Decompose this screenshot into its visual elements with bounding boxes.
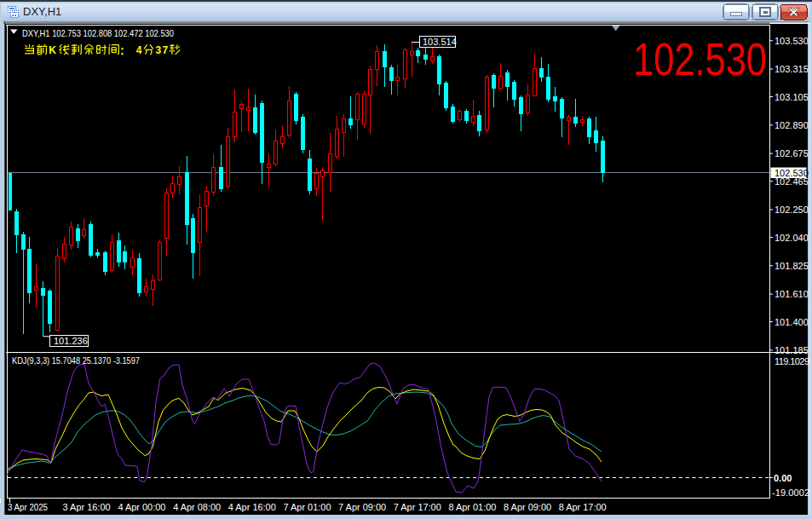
svg-text:103.530: 103.530: [775, 36, 809, 46]
svg-text:102.040: 102.040: [775, 233, 809, 243]
svg-text:0.00: 0.00: [774, 473, 792, 483]
svg-text:8 Apr 01:00: 8 Apr 01:00: [448, 502, 496, 512]
svg-text:4 Apr 00:00: 4 Apr 00:00: [118, 502, 165, 512]
svg-text:101.185: 101.185: [775, 345, 809, 355]
svg-text:102.465: 102.465: [775, 176, 809, 187]
svg-text:7 Apr 17:00: 7 Apr 17:00: [394, 502, 441, 512]
svg-text:KDJ(9,3,3) 15.7048 25.1370 -3.: KDJ(9,3,3) 15.7048 25.1370 -3.1597: [12, 355, 140, 366]
svg-text:4: 4: [136, 44, 142, 56]
svg-text:3 Apr 16:00: 3 Apr 16:00: [63, 502, 111, 512]
svg-text:K: K: [49, 44, 56, 56]
svg-text:7: 7: [163, 44, 169, 56]
svg-text:DXY,H1 102.753 102.808 102.47: DXY,H1 102.753 102.808 102.472 102.530: [22, 28, 174, 38]
svg-text:102.530: 102.530: [633, 33, 767, 84]
svg-text:103.315: 103.315: [775, 64, 809, 74]
svg-text:7 Apr 01:00: 7 Apr 01:00: [284, 502, 331, 512]
svg-text:-19.0002: -19.0002: [772, 487, 809, 498]
svg-text:4 Apr 16:00: 4 Apr 16:00: [228, 502, 276, 512]
svg-text:101.236: 101.236: [54, 336, 88, 346]
svg-text:103.514: 103.514: [423, 37, 457, 47]
svg-text:4 Apr 08:00: 4 Apr 08:00: [173, 502, 221, 512]
svg-text:102.890: 102.890: [775, 120, 809, 130]
svg-text:102.250: 102.250: [775, 205, 809, 215]
svg-text:7 Apr 09:00: 7 Apr 09:00: [338, 502, 386, 512]
svg-text:3 Apr 2025: 3 Apr 2025: [8, 502, 48, 512]
svg-text:8 Apr 09:00: 8 Apr 09:00: [504, 502, 551, 512]
svg-text:101.610: 101.610: [775, 289, 809, 299]
svg-text:119.1029: 119.1029: [775, 356, 809, 366]
svg-text:3: 3: [156, 44, 162, 56]
svg-text:101.400: 101.400: [775, 317, 809, 327]
svg-text:101.825: 101.825: [775, 261, 809, 271]
svg-text:103.105: 103.105: [775, 92, 809, 102]
svg-text:8 Apr 17:00: 8 Apr 17:00: [559, 502, 607, 512]
svg-text:102.675: 102.675: [775, 148, 809, 159]
